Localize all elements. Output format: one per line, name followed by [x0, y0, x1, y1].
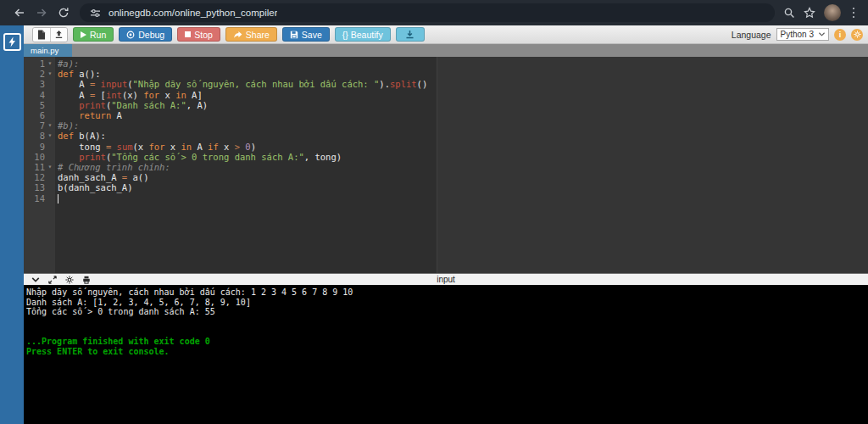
upload-file-button[interactable] [50, 28, 67, 42]
fold-toggle[interactable]: ▾ [45, 69, 55, 79]
console-line: Nhập dãy số nguyên, cách nhau bởi dấu cá… [26, 287, 865, 298]
console-line [26, 326, 865, 337]
console-settings-button[interactable] [65, 276, 74, 284]
line-number: 13 [24, 182, 45, 192]
console-line: Press ENTER to exit console. [26, 347, 865, 357]
settings-button[interactable] [851, 29, 863, 41]
language-select[interactable]: Python 3 [776, 28, 829, 41]
forward-button[interactable] [31, 2, 53, 24]
code-text: print("Danh sách A:", A) [55, 100, 208, 110]
reload-icon [58, 7, 70, 19]
fold-spacer [45, 182, 55, 192]
line-number: 14 [24, 193, 45, 204]
export-icon [82, 276, 91, 284]
line-number: 11 [24, 162, 45, 172]
site-info-icon [90, 8, 101, 19]
fold-spacer [45, 142, 55, 152]
fold-spacer [45, 152, 55, 162]
fold-toggle[interactable]: ▾ [45, 162, 55, 172]
browser-chrome: onlinegdb.com/online_python_compiler [0, 0, 868, 25]
fold-spacer [45, 193, 55, 204]
share-label: Share [246, 30, 270, 40]
code-text: # Chương trình chính: [55, 162, 170, 172]
save-button[interactable]: Save [282, 27, 330, 42]
stop-button[interactable]: Stop [177, 27, 220, 42]
code-text: tong = sum(x for x in A if x > 0) [55, 142, 256, 152]
console-fullscreen-button[interactable] [48, 276, 57, 284]
code-text: danh_sach_A = a() [55, 172, 148, 182]
code-text: def b(A): [55, 131, 106, 141]
code-line: 2▾def a(): [24, 69, 868, 79]
chevron-down-icon [819, 32, 825, 36]
line-number: 3 [24, 79, 45, 89]
run-button[interactable]: Run [73, 27, 114, 42]
fold-spacer [45, 172, 55, 182]
code-line: 8▾def b(A): [24, 131, 868, 141]
browser-menu-button[interactable] [849, 4, 859, 22]
line-number: 10 [24, 152, 45, 162]
download-icon [405, 30, 415, 39]
console-line [26, 317, 865, 327]
code-text: #b): [55, 120, 79, 131]
console-header: input [24, 273, 868, 286]
language-label: Language [732, 30, 771, 40]
debug-button[interactable]: Debug [119, 27, 172, 42]
bookmark-star-icon[interactable] [804, 7, 815, 19]
code-line: 7▾#b): [24, 120, 868, 131]
file-button-group [32, 27, 68, 42]
debug-icon [126, 31, 135, 39]
file-icon [37, 30, 46, 40]
line-number: 9 [24, 142, 45, 152]
code-line: 14 [24, 193, 868, 204]
code-text: return A [55, 110, 122, 120]
onlinegdb-app: Run Debug Stop Share Save {} Beautify [0, 25, 868, 424]
beautify-label: {} Beautify [342, 30, 383, 40]
console-export-button[interactable] [82, 276, 91, 284]
editor-tabbar: main.py [24, 44, 868, 57]
reload-button[interactable] [53, 2, 75, 24]
line-number: 6 [24, 110, 45, 120]
address-bar[interactable]: onlinegdb.com/online_python_compiler [80, 3, 775, 22]
share-button[interactable]: Share [225, 27, 277, 42]
code-line: 13b(danh_sach_A) [24, 182, 868, 192]
line-number: 5 [24, 100, 45, 110]
back-button[interactable] [8, 2, 31, 24]
code-text: def a(): [55, 69, 101, 79]
search-icon[interactable] [783, 7, 795, 19]
expand-icon [48, 276, 57, 284]
fold-spacer [45, 90, 55, 100]
beautify-button[interactable]: {} Beautify [335, 27, 391, 42]
line-number: 2 [24, 69, 45, 79]
share-icon [233, 31, 242, 39]
code-line: 12danh_sach_A = a() [24, 172, 868, 182]
code-text: A = input("Nhập dãy số nguyên, cách nhau… [55, 79, 427, 89]
line-number: 4 [24, 90, 45, 100]
code-text [55, 193, 58, 204]
language-value: Python 3 [781, 30, 814, 39]
tab-main-py[interactable]: main.py [24, 44, 72, 57]
code-line: 3 A = input("Nhập dãy số nguyên, cách nh… [24, 79, 868, 89]
console-output[interactable]: Nhập dãy số nguyên, cách nhau bởi dấu cá… [24, 286, 868, 424]
ide-toolbar: Run Debug Stop Share Save {} Beautify [24, 25, 868, 44]
new-file-button[interactable] [33, 28, 50, 42]
code-text: #a): [55, 59, 79, 69]
onlinegdb-logo[interactable] [3, 33, 21, 51]
code-editor[interactable]: 1▾#a):2▾def a():3 A = input("Nhập dãy số… [24, 57, 868, 273]
profile-avatar[interactable] [824, 4, 841, 21]
fold-spacer [45, 100, 55, 110]
left-sidebar [0, 25, 24, 424]
floppy-save-icon [290, 31, 298, 39]
code-line: 4 A = [int(x) for x in A] [24, 90, 868, 100]
line-number: 7 [24, 120, 45, 131]
fold-toggle[interactable]: ▾ [45, 59, 55, 69]
download-button[interactable] [396, 27, 425, 42]
console-line: ...Program finished with exit code 0 [26, 337, 865, 347]
console-collapse-button[interactable] [31, 276, 40, 283]
fold-toggle[interactable]: ▾ [45, 120, 55, 131]
info-button[interactable]: i [834, 29, 846, 41]
fold-toggle[interactable]: ▾ [45, 131, 55, 141]
code-line: 6 return A [24, 110, 868, 120]
info-icon: i [839, 31, 842, 39]
run-label: Run [90, 30, 106, 40]
code-line: 9 tong = sum(x for x in A if x > 0) [24, 142, 868, 152]
